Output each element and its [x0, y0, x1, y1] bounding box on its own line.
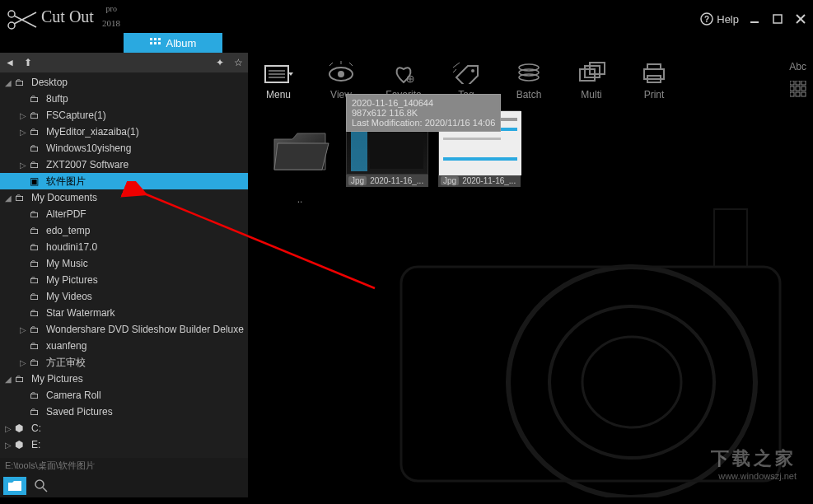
folder-mode-button[interactable] — [3, 477, 26, 495]
expand-arrow[interactable]: ◢ — [5, 375, 15, 384]
svg-rect-12 — [158, 38, 161, 40]
text-mode-button[interactable]: Abc — [789, 61, 806, 72]
svg-line-17 — [43, 488, 47, 492]
help-label: Help — [717, 13, 739, 26]
tree-item[interactable]: 🗀My Videos — [0, 288, 248, 305]
tree-label: FSCapture(1) — [46, 110, 106, 121]
svg-line-2 — [14, 16, 36, 27]
tree-item[interactable]: ◢🗀My Documents — [0, 189, 248, 206]
folder-icon: 🗀 — [30, 274, 43, 286]
nav-up-button[interactable]: ⬆ — [21, 56, 35, 69]
search-button[interactable] — [33, 478, 49, 494]
thumb-name: 2020-11-16_... — [370, 176, 423, 185]
help-button[interactable]: ? Help — [700, 12, 739, 26]
tree-item[interactable]: 🗀Camera Roll — [0, 387, 248, 404]
expand-arrow[interactable]: ▷ — [5, 441, 15, 450]
expand-arrow[interactable]: ▷ — [20, 128, 30, 137]
svg-rect-10 — [150, 38, 152, 40]
tree-label: xuanfeng — [46, 340, 86, 352]
svg-rect-50 — [790, 86, 794, 91]
maximize-button[interactable] — [770, 12, 785, 26]
batch-icon — [514, 61, 544, 84]
parent-folder[interactable]: .. — [264, 110, 336, 205]
tree-label: MyEditor_xiazaiba(1) — [46, 126, 139, 138]
tree-label: C: — [31, 422, 41, 434]
folder-icon: 🗀 — [30, 241, 43, 253]
tree-label: 软件图片 — [46, 175, 86, 189]
app-logo: Cut Out pro 2018 — [5, 6, 94, 32]
tree-item[interactable]: 🗀Windows10yisheng — [0, 140, 248, 156]
app-pro-badge: pro — [106, 4, 117, 13]
album-button[interactable]: Album — [124, 33, 222, 53]
folder-icon: ▣ — [30, 175, 43, 187]
folder-icon: 🗀 — [30, 406, 43, 418]
expand-arrow[interactable]: ▷ — [5, 424, 15, 433]
tree-item[interactable]: ▣软件图片 — [0, 173, 248, 189]
expand-arrow[interactable]: ▷ — [20, 161, 30, 170]
tree-item[interactable]: 🗀Star Watermark — [0, 305, 248, 321]
tree-label: ZXT2007 Software — [46, 159, 128, 170]
tree-item[interactable]: 🗀My Music — [0, 255, 248, 272]
folder-tree[interactable]: ◢🗀Desktop🗀8uftp▷🗀FSCapture(1)▷🗀MyEditor_… — [0, 72, 248, 458]
sidebar-bottom-bar — [0, 474, 248, 497]
tooltip-modified: Last Modification: 2020/11/16 14:06 — [352, 118, 495, 128]
parent-folder-label: .. — [264, 194, 336, 205]
tooltip-dimensions: 813x504 116.8K — [352, 108, 495, 118]
watermark-cn: 下载之家 — [711, 446, 797, 471]
tree-item[interactable]: ▷🗀ZXT2007 Software — [0, 156, 248, 173]
tool-menu[interactable]: Menu — [259, 61, 298, 100]
expand-arrow[interactable]: ▷ — [20, 325, 30, 334]
tree-item[interactable]: 🗀houdini17.0 — [0, 239, 248, 255]
tree-item[interactable]: 🗀edo_temp — [0, 222, 248, 239]
heart-icon — [389, 61, 418, 84]
tag-icon — [451, 61, 481, 84]
tree-label: Saved Pictures — [46, 406, 113, 418]
folder-icon: 🗀 — [30, 225, 43, 236]
expand-arrow[interactable]: ◢ — [5, 194, 15, 203]
expand-arrow[interactable]: ◢ — [5, 78, 15, 87]
svg-rect-14 — [154, 42, 157, 44]
ext-badge: Jpg — [348, 176, 367, 185]
tree-item[interactable]: ▷🗀Wondershare DVD Slideshow Builder Delu… — [0, 321, 248, 338]
svg-line-36 — [453, 63, 460, 68]
tree-item[interactable]: ◢🗀Desktop — [0, 74, 248, 91]
tool-multi[interactable]: Multi — [572, 61, 611, 100]
svg-rect-52 — [801, 86, 806, 91]
svg-rect-53 — [790, 92, 794, 96]
tree-item[interactable]: 🗀8uftp — [0, 91, 248, 107]
menu-icon — [264, 61, 293, 84]
tool-print[interactable]: Print — [634, 61, 674, 100]
tree-item[interactable]: 🗀Saved Pictures — [0, 404, 248, 420]
svg-point-19 — [549, 306, 714, 458]
grid-mode-button[interactable] — [790, 81, 806, 100]
favorite-button[interactable]: ☆ — [231, 56, 245, 69]
svg-rect-22 — [714, 209, 747, 267]
svg-line-29 — [329, 63, 333, 66]
tree-item[interactable]: ◢🗀My Pictures — [0, 371, 248, 387]
tree-item[interactable]: ▷⬢C: — [0, 420, 248, 436]
thumbnail-tooltip: 2020-11-16_140644 813x504 116.8K Last Mo… — [346, 94, 501, 132]
close-button[interactable] — [793, 12, 808, 26]
grid-icon — [150, 38, 161, 48]
tree-item[interactable]: 🗀My Pictures — [0, 272, 248, 288]
nav-back-button[interactable]: ◄ — [3, 56, 16, 69]
svg-point-35 — [471, 69, 474, 72]
tree-item[interactable]: 🗀AlterPDF — [0, 206, 248, 222]
help-icon: ? — [700, 12, 713, 26]
expand-arrow[interactable]: ▷ — [20, 111, 30, 120]
tool-batch[interactable]: Batch — [509, 61, 549, 100]
pin-button[interactable]: ✦ — [213, 56, 227, 69]
tree-item[interactable]: ▷🗀MyEditor_xiazaiba(1) — [0, 124, 248, 140]
tree-item[interactable]: 🗀xuanfeng — [0, 338, 248, 354]
tree-label: Windows10yisheng — [46, 142, 131, 154]
minimize-button[interactable] — [747, 12, 762, 26]
tree-label: Camera Roll — [46, 390, 101, 401]
svg-rect-48 — [796, 81, 800, 85]
tree-item[interactable]: ▷⬢E: — [0, 436, 248, 453]
search-icon — [35, 479, 48, 492]
folder-icon: 🗀 — [30, 307, 43, 319]
svg-rect-42 — [585, 66, 600, 77]
tree-item[interactable]: ▷🗀方正审校 — [0, 354, 248, 371]
tree-item[interactable]: ▷🗀FSCapture(1) — [0, 107, 248, 124]
expand-arrow[interactable]: ▷ — [20, 358, 30, 367]
